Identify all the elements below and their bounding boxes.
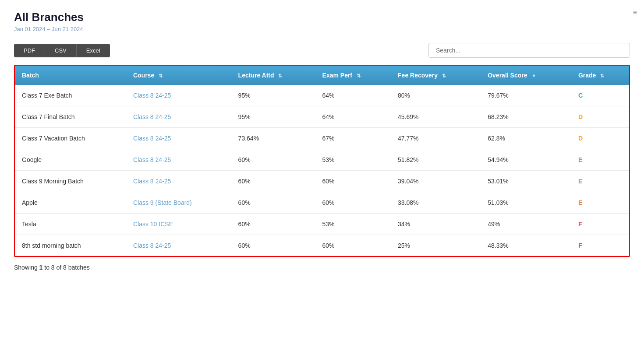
cell-grade: D: [571, 106, 629, 128]
filter-icon[interactable]: ≡: [633, 9, 637, 17]
sort-icon-grade: ⇅: [600, 73, 604, 79]
cell-exam-perf: 60%: [315, 235, 391, 256]
cell-exam-perf: 67%: [315, 128, 391, 149]
cell-course: Class 8 24-25: [126, 106, 231, 128]
cell-lecture-attd: 60%: [231, 149, 315, 171]
table-row: AppleClass 9 (State Board)60%60%33.08%51…: [15, 192, 629, 214]
cell-course: Class 8 24-25: [126, 171, 231, 192]
cell-batch: Google: [15, 149, 126, 171]
cell-grade: C: [571, 85, 629, 106]
excel-button[interactable]: Excel: [77, 44, 110, 57]
cell-fee-recovery: 45.69%: [391, 106, 481, 128]
cell-grade: E: [571, 192, 629, 214]
cell-grade: F: [571, 214, 629, 235]
cell-lecture-attd: 73.64%: [231, 128, 315, 149]
col-overall-score[interactable]: Overall Score ▼: [481, 66, 571, 85]
footer-middle: to 8 of 8 batches: [42, 264, 89, 271]
cell-course: Class 10 ICSE: [126, 214, 231, 235]
col-fee-recovery[interactable]: Fee Recovery ⇅: [391, 66, 481, 85]
table-header-row: Batch Course ⇅ Lecture Attd ⇅ Exam Perf …: [15, 66, 629, 85]
toolbar: PDF CSV Excel: [14, 43, 630, 58]
cell-exam-perf: 60%: [315, 171, 391, 192]
cell-overall-score: 62.8%: [481, 128, 571, 149]
cell-grade: D: [571, 128, 629, 149]
footer-prefix: Showing: [14, 264, 39, 271]
cell-lecture-attd: 60%: [231, 171, 315, 192]
data-table: Batch Course ⇅ Lecture Attd ⇅ Exam Perf …: [15, 66, 629, 256]
cell-grade: E: [571, 149, 629, 171]
cell-lecture-attd: 60%: [231, 192, 315, 214]
cell-fee-recovery: 47.77%: [391, 128, 481, 149]
table-row: TeslaClass 10 ICSE60%53%34%49%F: [15, 214, 629, 235]
cell-batch: 8th std morning batch: [15, 235, 126, 256]
cell-lecture-attd: 95%: [231, 85, 315, 106]
cell-overall-score: 49%: [481, 214, 571, 235]
cell-lecture-attd: 95%: [231, 106, 315, 128]
col-grade[interactable]: Grade ⇅: [571, 66, 629, 85]
cell-fee-recovery: 34%: [391, 214, 481, 235]
page-title: All Branches: [14, 11, 84, 24]
col-course[interactable]: Course ⇅: [126, 66, 231, 85]
cell-lecture-attd: 60%: [231, 214, 315, 235]
table-row: Class 9 Morning BatchClass 8 24-2560%60%…: [15, 171, 629, 192]
cell-batch: Class 9 Morning Batch: [15, 171, 126, 192]
cell-overall-score: 79.67%: [481, 85, 571, 106]
cell-lecture-attd: 60%: [231, 235, 315, 256]
cell-batch: Tesla: [15, 214, 126, 235]
cell-fee-recovery: 80%: [391, 85, 481, 106]
col-lecture-attd[interactable]: Lecture Attd ⇅: [231, 66, 315, 85]
col-batch[interactable]: Batch: [15, 66, 126, 85]
pdf-button[interactable]: PDF: [14, 44, 45, 57]
cell-course: Class 9 (State Board): [126, 192, 231, 214]
table-row: Class 7 Exe BatchClass 8 24-2595%64%80%7…: [15, 85, 629, 106]
export-buttons: PDF CSV Excel: [14, 44, 110, 57]
cell-exam-perf: 60%: [315, 192, 391, 214]
table-row: GoogleClass 8 24-2560%53%51.82%54.94%E: [15, 149, 629, 171]
cell-course: Class 8 24-25: [126, 149, 231, 171]
cell-exam-perf: 53%: [315, 214, 391, 235]
cell-fee-recovery: 51.82%: [391, 149, 481, 171]
cell-course: Class 8 24-25: [126, 128, 231, 149]
table-row: Class 7 Final BatchClass 8 24-2595%64%45…: [15, 106, 629, 128]
cell-batch: Class 7 Exe Batch: [15, 85, 126, 106]
cell-overall-score: 54.94%: [481, 149, 571, 171]
cell-grade: F: [571, 235, 629, 256]
date-range: Jan 01 2024 – Jun 21 2024: [14, 26, 84, 32]
cell-exam-perf: 53%: [315, 149, 391, 171]
csv-button[interactable]: CSV: [45, 44, 77, 57]
cell-exam-perf: 64%: [315, 85, 391, 106]
sort-icon-fee-recovery: ⇅: [442, 73, 446, 79]
table-row: Class 7 Vacation BatchClass 8 24-2573.64…: [15, 128, 629, 149]
cell-fee-recovery: 39.04%: [391, 171, 481, 192]
cell-course: Class 8 24-25: [126, 235, 231, 256]
cell-overall-score: 48.33%: [481, 235, 571, 256]
sort-icon-lecture-attd: ⇅: [278, 73, 282, 79]
cell-grade: E: [571, 171, 629, 192]
cell-exam-perf: 64%: [315, 106, 391, 128]
sort-icon-overall-score: ▼: [531, 73, 536, 78]
search-input[interactable]: [428, 43, 630, 58]
cell-course: Class 8 24-25: [126, 85, 231, 106]
sort-icon-exam-perf: ⇅: [357, 73, 361, 79]
cell-fee-recovery: 33.08%: [391, 192, 481, 214]
cell-overall-score: 53.01%: [481, 171, 571, 192]
cell-fee-recovery: 25%: [391, 235, 481, 256]
sort-icon-course: ⇅: [159, 73, 163, 79]
col-exam-perf[interactable]: Exam Perf ⇅: [315, 66, 391, 85]
cell-overall-score: 68.23%: [481, 106, 571, 128]
cell-overall-score: 51.03%: [481, 192, 571, 214]
cell-batch: Apple: [15, 192, 126, 214]
search-container: [428, 43, 630, 58]
data-table-wrapper: Batch Course ⇅ Lecture Attd ⇅ Exam Perf …: [14, 65, 630, 257]
cell-batch: Class 7 Vacation Batch: [15, 128, 126, 149]
table-row: 8th std morning batchClass 8 24-2560%60%…: [15, 235, 629, 256]
footer-showing: Showing 1 to 8 of 8 batches: [14, 264, 630, 271]
cell-batch: Class 7 Final Batch: [15, 106, 126, 128]
